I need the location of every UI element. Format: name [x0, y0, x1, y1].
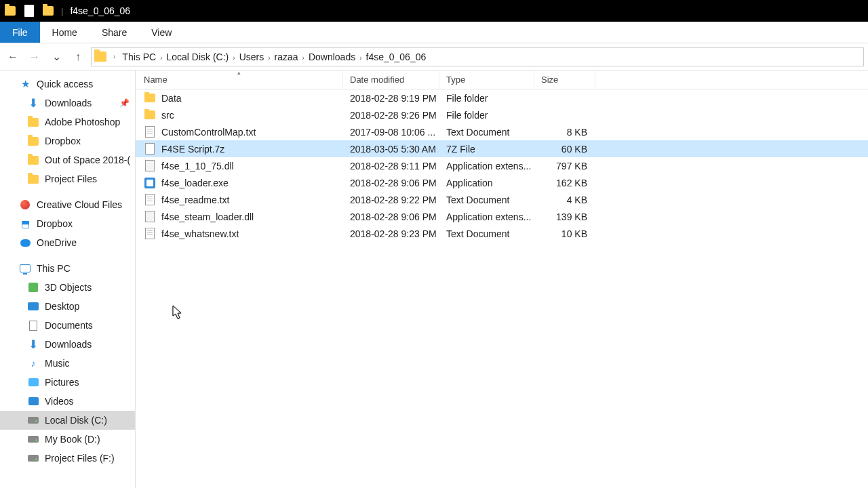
sidebar[interactable]: ★ Quick access ⬇Downloads📌Adobe Photosho…: [0, 70, 136, 488]
breadcrumb-item[interactable]: razaa: [273, 52, 300, 62]
chevron-right-icon[interactable]: ›: [300, 54, 307, 62]
sidebar-item[interactable]: OneDrive: [0, 233, 135, 252]
breadcrumb-item[interactable]: Users: [238, 52, 266, 62]
forward-button[interactable]: →: [26, 48, 43, 66]
sidebar-item[interactable]: Project Files (F:): [0, 449, 135, 468]
folder-icon: [144, 109, 156, 121]
drive-icon: [27, 433, 39, 445]
sidebar-item[interactable]: ⬇Downloads: [0, 335, 135, 354]
file-type: Application extens...: [439, 161, 534, 171]
sidebar-item-label: Downloads: [45, 98, 92, 108]
star-icon: ★: [19, 78, 31, 90]
breadcrumb-item[interactable]: Downloads: [307, 52, 357, 62]
file-date: 2018-02-28 9:06 PM: [343, 211, 439, 222]
file-size: 162 KB: [534, 178, 595, 188]
folder-icon: [27, 154, 39, 166]
sidebar-item[interactable]: ⬒Dropbox: [0, 214, 135, 233]
file-date: 2018-02-28 9:11 PM: [343, 161, 439, 171]
chevron-right-icon[interactable]: ›: [357, 54, 364, 62]
breadcrumb[interactable]: › This PC›Local Disk (C:)›Users›razaa›Do…: [91, 47, 864, 66]
column-headers: Name ▴ Date modified Type Size: [136, 70, 868, 89]
sidebar-item[interactable]: Desktop: [0, 297, 135, 316]
text-file-icon: [144, 228, 156, 240]
exe-icon: [144, 177, 156, 189]
file-row[interactable]: f4se_1_10_75.dll2018-02-28 9:11 PMApplic…: [136, 157, 868, 174]
tab-file[interactable]: File: [0, 22, 40, 43]
videos-icon: [27, 395, 39, 407]
sidebar-item[interactable]: Pictures: [0, 373, 135, 392]
file-name: f4se_1_10_75.dll: [161, 161, 234, 171]
dll-icon: [144, 160, 156, 172]
sidebar-item[interactable]: ♪Music: [0, 354, 135, 373]
ribbon: File Home Share View: [0, 22, 868, 43]
sidebar-item-label: Adobe Photoshop: [45, 117, 120, 127]
file-type: 7Z File: [439, 144, 534, 155]
sidebar-item-label: Local Disk (C:): [45, 415, 107, 426]
sidebar-item[interactable]: Videos: [0, 392, 135, 411]
sidebar-item[interactable]: Local Disk (C:): [0, 411, 135, 430]
sidebar-item-label: Downloads: [45, 339, 92, 350]
breadcrumb-item[interactable]: This PC: [121, 52, 157, 62]
chevron-right-icon[interactable]: ›: [230, 54, 237, 62]
download-icon: ⬇: [27, 338, 39, 350]
file-row[interactable]: f4se_steam_loader.dll2018-02-28 9:06 PMA…: [136, 208, 868, 225]
sidebar-item[interactable]: Project Files: [0, 169, 135, 188]
header-type[interactable]: Type: [439, 70, 534, 89]
folder-icon: [144, 92, 156, 104]
file-date: 2018-02-28 9:23 PM: [343, 228, 439, 239]
file-size: 10 KB: [534, 228, 595, 239]
folder-icon: [4, 5, 16, 17]
up-button[interactable]: ↑: [69, 48, 87, 66]
sidebar-item[interactable]: 3D Objects: [0, 278, 135, 297]
tab-view[interactable]: View: [139, 22, 184, 43]
sidebar-item[interactable]: Documents: [0, 316, 135, 335]
header-name[interactable]: Name ▴: [136, 70, 343, 89]
file-row[interactable]: Data2018-02-28 9:19 PMFile folder: [136, 89, 868, 106]
sidebar-item-label: Desktop: [45, 301, 79, 312]
file-size: 797 KB: [534, 161, 595, 171]
sidebar-item[interactable]: My Book (D:): [0, 430, 135, 449]
file-date: 2018-02-28 9:22 PM: [343, 195, 439, 205]
file-name: f4se_loader.exe: [161, 178, 229, 188]
sidebar-item-label: Dropbox: [37, 218, 73, 229]
chevron-right-icon[interactable]: ›: [111, 53, 118, 60]
file-size: 60 KB: [534, 144, 595, 155]
chevron-right-icon[interactable]: ›: [157, 54, 165, 62]
file-type: Text Document: [439, 195, 534, 205]
sidebar-item[interactable]: Adobe Photoshop: [0, 113, 135, 131]
header-date[interactable]: Date modified: [343, 70, 439, 89]
sidebar-item[interactable]: ⬇Downloads📌: [0, 94, 135, 113]
file-name: F4SE Script.7z: [161, 144, 224, 155]
breadcrumb-item[interactable]: f4se_0_06_06: [365, 52, 428, 62]
file-pane[interactable]: Name ▴ Date modified Type Size Data2018-…: [136, 70, 868, 488]
file-row[interactable]: f4se_loader.exe2018-02-28 9:06 PMApplica…: [136, 174, 868, 191]
file-row[interactable]: src2018-02-28 9:26 PMFile folder: [136, 106, 868, 123]
file-row[interactable]: F4SE Script.7z2018-03-05 5:30 AM7Z File6…: [136, 140, 868, 157]
file-row[interactable]: CustomControlMap.txt2017-09-08 10:06 ...…: [136, 123, 868, 140]
file-size: 8 KB: [534, 127, 595, 138]
sidebar-item[interactable]: Dropbox: [0, 131, 135, 150]
tab-share[interactable]: Share: [90, 22, 139, 43]
recent-button[interactable]: ⌄: [47, 48, 65, 66]
file-date: 2018-02-28 9:26 PM: [343, 110, 439, 121]
sidebar-item-label: Documents: [45, 320, 93, 331]
drive-icon: [27, 452, 39, 464]
file-type: Application: [439, 178, 534, 188]
file-row[interactable]: f4se_whatsnew.txt2018-02-28 9:23 PMText …: [136, 225, 868, 242]
tab-home[interactable]: Home: [40, 22, 90, 43]
file-date: 2017-09-08 10:06 ...: [343, 127, 439, 138]
sidebar-item-label: OneDrive: [37, 237, 77, 248]
sidebar-quick-access[interactable]: ★ Quick access: [0, 75, 135, 94]
sidebar-item[interactable]: Out of Space 2018-(: [0, 150, 135, 169]
onedrive-icon: [19, 237, 31, 249]
file-list: Data2018-02-28 9:19 PMFile foldersrc2018…: [136, 89, 868, 242]
title-bar: | f4se_0_06_06: [0, 0, 868, 22]
sidebar-item[interactable]: Creative Cloud Files: [0, 195, 135, 214]
file-row[interactable]: f4se_readme.txt2018-02-28 9:22 PMText Do…: [136, 191, 868, 208]
sidebar-this-pc[interactable]: This PC: [0, 259, 135, 278]
chevron-right-icon[interactable]: ›: [265, 54, 273, 62]
header-size[interactable]: Size: [534, 70, 595, 89]
back-button[interactable]: ←: [4, 48, 22, 66]
breadcrumb-item[interactable]: Local Disk (C:): [165, 52, 230, 62]
file-type: File folder: [439, 110, 534, 121]
